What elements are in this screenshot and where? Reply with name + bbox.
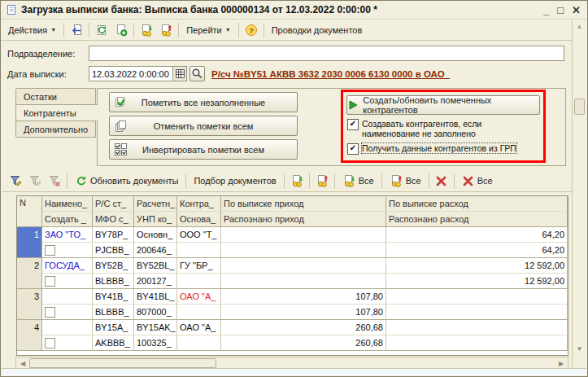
minimize-button[interactable]: _ [543, 4, 549, 16]
clear-filter-button[interactable] [45, 172, 64, 190]
refresh-documents-button[interactable]: Обновить документы [70, 173, 183, 190]
tab-dopolnitelno[interactable]: Дополнительно [15, 121, 96, 138]
cell-unp[interactable]: 100325_ [134, 335, 177, 351]
cell-osnova[interactable] [177, 274, 221, 289]
col-n-header[interactable]: N [17, 196, 42, 227]
create-row-checkbox[interactable] [45, 307, 55, 318]
save-document-button[interactable] [67, 21, 86, 39]
col-recognized-outcome-header[interactable]: Распознано расход [386, 212, 568, 227]
invert-marks-button[interactable]: Инвертировать пометки всем [109, 139, 298, 160]
cell-unp[interactable]: 200127_ [134, 274, 177, 289]
row-number-cell[interactable]: 2 [17, 258, 42, 289]
cell-recognized-outcome[interactable]: 64,20 [386, 243, 568, 258]
col-unp-header[interactable]: УНП ко_ [134, 212, 177, 227]
unpost-all-button[interactable]: Все [385, 172, 426, 190]
unpost-row-button[interactable] [312, 172, 332, 190]
filter-settings-button[interactable] [25, 172, 45, 190]
row-number-cell[interactable]: 3 [17, 289, 42, 320]
tab-kontragenty[interactable]: Контрагенты [15, 104, 98, 121]
goto-menu-button[interactable]: Перейти ▼ [181, 23, 236, 37]
new-document-button[interactable] [111, 21, 131, 39]
calendar-picker-button[interactable] [172, 67, 186, 81]
vertical-scrollbar[interactable]: ▲ ▼ [572, 20, 586, 368]
cell-rs[interactable]: BY52B_ [93, 258, 134, 274]
cell-name[interactable] [42, 289, 93, 305]
scroll-left-icon[interactable]: ◀ [16, 357, 29, 369]
col-mfo-header[interactable]: МФО с_ [93, 212, 134, 227]
cell-account[interactable]: BY41BL_ [134, 289, 177, 305]
table-row[interactable]: 1 ЗАО "ТО_ BY78Р_ Основн_ ООО "Т_ 64,20 … [17, 227, 568, 258]
cell-osnova[interactable] [177, 335, 221, 351]
cell-account[interactable]: BY15AK_ [134, 320, 177, 335]
delete-all-button[interactable]: Все [457, 173, 498, 190]
cell-income[interactable]: 107,80 [221, 289, 386, 305]
scroll-down-icon[interactable]: ▼ [573, 343, 586, 355]
cell-recognized-income[interactable] [221, 274, 386, 289]
cell-account[interactable]: Основн_ [134, 227, 177, 243]
pick-documents-button[interactable]: Подбор документов [189, 173, 281, 188]
cell-recognized-outcome[interactable]: 12 592,00 [386, 274, 568, 289]
maximize-button[interactable]: □ [557, 4, 564, 16]
tab-ostatki[interactable]: Остатки [15, 88, 96, 105]
horizontal-scroll-track[interactable] [216, 357, 555, 369]
col-create-header[interactable]: Создать _ [42, 212, 93, 227]
cell-rs[interactable]: BY15A_ [93, 320, 134, 335]
col-income-header[interactable]: По выписке приход [221, 196, 386, 212]
unpost-document-button[interactable] [156, 21, 176, 39]
set-filter-button[interactable] [6, 172, 25, 190]
account-lookup-button[interactable] [189, 66, 205, 81]
cell-recognized-income[interactable]: 107,80 [221, 305, 386, 320]
cell-contragent[interactable]: ОАО "А_ [177, 289, 221, 305]
post-document-button[interactable] [137, 21, 156, 39]
table-row[interactable]: 4 BY15A_ BY15AK_ ОАО "А_ 260,68 AKBBB_ 1… [17, 320, 568, 351]
cell-mfo[interactable]: BLBBB_ [93, 274, 134, 289]
cell-unp[interactable]: 807000_ [134, 305, 177, 320]
cell-outcome[interactable] [386, 289, 568, 305]
cell-name[interactable] [42, 320, 93, 335]
col-recognized-income-header[interactable]: Распознано приход [221, 212, 386, 227]
cell-recognized-outcome[interactable] [386, 305, 568, 320]
mark-all-unfilled-button[interactable]: Пометить все незаполненные [109, 92, 298, 112]
cell-contragent[interactable]: ООО "Т_ [177, 227, 221, 243]
scroll-up-icon[interactable]: ▲ [573, 20, 586, 33]
cell-account[interactable]: BY52BL_ [134, 258, 177, 274]
table-row[interactable]: 3 BY41B_ BY41BL_ ОАО "А_ 107,80 BLBBB_ 8… [17, 289, 568, 320]
cell-mfo[interactable]: AKBBB_ [93, 335, 134, 351]
actions-menu-button[interactable]: Действия ▼ [3, 23, 61, 37]
col-osnova-header[interactable]: Основа_ [177, 212, 221, 227]
close-button[interactable]: ✕ [572, 4, 581, 16]
cell-contragent[interactable]: ГУ "БР_ [177, 258, 221, 274]
cell-name[interactable]: ЗАО "ТО_ [42, 227, 93, 243]
create-update-contractors-button[interactable]: Создать/обновить помеченных контрагентов [346, 95, 540, 115]
help-button[interactable]: ? [242, 21, 261, 39]
cell-recognized-outcome[interactable] [386, 335, 568, 351]
cell-income[interactable] [221, 258, 386, 274]
post-all-button[interactable]: Все [338, 172, 379, 190]
table-row[interactable]: 2 ГОСУДА_ BY52B_ BY52BL_ ГУ "БР_ 12 592,… [17, 258, 568, 289]
cell-osnova[interactable] [177, 243, 221, 258]
cell-rs[interactable]: BY41B_ [93, 289, 134, 305]
cell-income[interactable] [221, 227, 386, 243]
cell-mfo[interactable]: BLBBB_ [93, 305, 134, 320]
cell-unp[interactable]: 200646_ [134, 243, 177, 258]
col-name-header[interactable]: Наимено_ [42, 196, 93, 212]
create-row-checkbox[interactable] [45, 338, 55, 349]
row-number-cell[interactable]: 4 [17, 320, 42, 351]
cell-rs[interactable]: BY78Р_ [93, 227, 134, 243]
delete-row-button[interactable] [432, 172, 451, 190]
col-outcome-header[interactable]: По выписке расход [386, 196, 568, 212]
reread-document-button[interactable] [92, 21, 111, 39]
cell-osnova[interactable] [177, 305, 221, 320]
document-postings-button[interactable]: Проводки документов [267, 23, 368, 37]
col-rs-header[interactable]: Р/С ст_ [93, 196, 134, 212]
bank-account-link[interactable]: Р/сч №BY51 АКВВ 3632 2030 0006 6130 0000… [211, 69, 450, 79]
cell-name[interactable]: ГОСУДА_ [42, 258, 93, 274]
scroll-right-icon[interactable]: ▶ [555, 357, 568, 369]
create-if-empty-checkbox[interactable]: ✔ [347, 119, 359, 130]
cell-mfo[interactable]: PJCBB_ [93, 243, 134, 258]
department-input[interactable] [89, 46, 564, 61]
cell-outcome[interactable] [386, 320, 568, 335]
row-number-cell[interactable]: 1 [17, 227, 42, 258]
statement-date-input[interactable] [89, 67, 172, 81]
cell-contragent[interactable]: ОАО "А_ [177, 320, 221, 335]
